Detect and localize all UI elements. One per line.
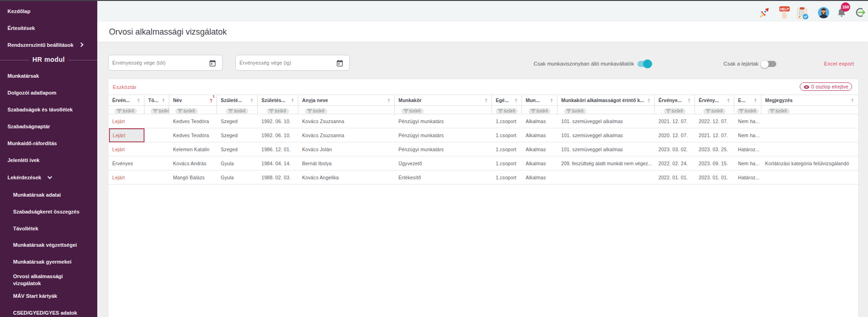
svg-text:HELP: HELP bbox=[780, 7, 789, 11]
